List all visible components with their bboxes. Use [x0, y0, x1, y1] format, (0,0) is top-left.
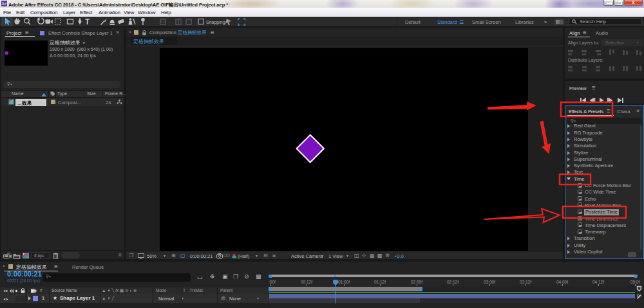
svg-text:T: T [85, 17, 90, 26]
